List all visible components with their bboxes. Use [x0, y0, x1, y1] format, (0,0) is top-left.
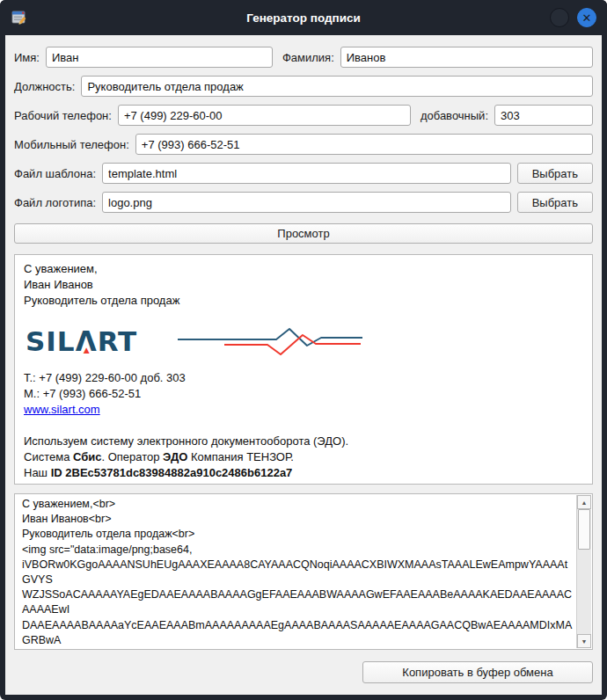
app-icon[interactable] [11, 9, 28, 26]
preview-greeting: С уважением, [24, 261, 583, 277]
editor-scrollbar[interactable]: ▲ ▼ [576, 495, 591, 648]
logo-right: RT [98, 328, 138, 355]
preview-button[interactable]: Просмотр [14, 223, 593, 244]
scroll-up-icon[interactable]: ▲ [577, 495, 591, 509]
mobile-phone-label: Мобильный телефон: [14, 138, 129, 151]
row-template-file: Файл шаблона: Выбрать [14, 163, 593, 184]
row-logo-file: Файл логотипа: Выбрать [14, 192, 593, 213]
mobile-phone-input[interactable] [135, 134, 593, 155]
close-icon: ✕ [582, 12, 592, 24]
surname-input[interactable] [340, 47, 593, 68]
extension-label: добавочный: [421, 109, 488, 122]
row-position: Должность: [14, 76, 593, 97]
logo-file-input[interactable] [102, 192, 511, 213]
waveform-graphic-icon [178, 323, 364, 360]
preview-spacer [24, 418, 583, 434]
logo-file-label: Файл логотипа: [14, 196, 96, 209]
row-name: Имя: Фамилия: [14, 47, 593, 68]
template-file-input[interactable] [102, 163, 511, 184]
scroll-down-icon[interactable]: ▼ [577, 634, 591, 648]
preview-edo-line1: Используем систему электронного документ… [24, 434, 583, 449]
window-title: Генератор подписи [0, 11, 607, 25]
scrollbar-thumb[interactable] [578, 509, 590, 550]
signature-preview-panel: С уважением, Иван Иванов Руководитель от… [14, 254, 593, 485]
work-phone-label: Рабочий телефон: [14, 109, 112, 122]
copy-to-clipboard-button[interactable]: Копировать в буфер обмена [362, 661, 593, 683]
extension-input[interactable] [494, 105, 593, 126]
preview-mobile-phone: М.: +7 (993) 666-52-51 [24, 386, 583, 402]
app-window: Генератор подписи ✕ Имя: Фамилия: Должно… [0, 0, 607, 700]
logo-lambda: Λ▲ [76, 328, 98, 355]
html-source-editor[interactable]: С уважением,<br> Иван Иванов<br> Руковод… [14, 493, 593, 650]
minimize-button[interactable] [550, 8, 569, 27]
preview-edo-line2: Система Сбис. Оператор ЭДО Компания ТЕНЗ… [24, 449, 583, 465]
preview-work-phone: Т.: +7 (499) 229-60-00 доб. 303 [24, 370, 583, 386]
logo-red-triangle-icon: ▲ [84, 346, 90, 354]
close-button[interactable]: ✕ [577, 8, 596, 27]
work-phone-input[interactable] [118, 105, 411, 126]
preview-full-name: Иван Иванов [24, 277, 583, 293]
position-input[interactable] [81, 76, 593, 97]
main-content: Имя: Фамилия: Должность: Рабочий телефон… [5, 35, 602, 695]
surname-label: Фамилия: [282, 51, 334, 64]
preview-edo-line3: Наш ID 2BEc53781dc83984882a910c2486b6122… [24, 465, 583, 481]
html-source-text[interactable]: С уважением,<br> Иван Иванов<br> Руковод… [15, 494, 576, 649]
website-link[interactable]: www.silart.com [24, 403, 100, 416]
logo-browse-button[interactable]: Выбрать [517, 192, 593, 213]
name-input[interactable] [46, 47, 273, 68]
window-controls: ✕ [550, 8, 596, 27]
template-file-label: Файл шаблона: [14, 167, 96, 180]
footer: Копировать в буфер обмена [14, 661, 593, 683]
name-label: Имя: [14, 51, 40, 64]
logo-left: SIL [26, 328, 76, 355]
company-logo: SILΛ▲RT [26, 320, 583, 362]
position-label: Должность: [14, 80, 75, 93]
row-mobile-phone: Мобильный телефон: [14, 134, 593, 155]
template-browse-button[interactable]: Выбрать [517, 163, 593, 184]
preview-position: Руководитель отдела продаж [24, 293, 583, 309]
silart-logo-text: SILΛ▲RT [26, 328, 137, 355]
titlebar[interactable]: Генератор подписи ✕ [0, 0, 607, 35]
row-work-phone: Рабочий телефон: добавочный: [14, 105, 593, 126]
